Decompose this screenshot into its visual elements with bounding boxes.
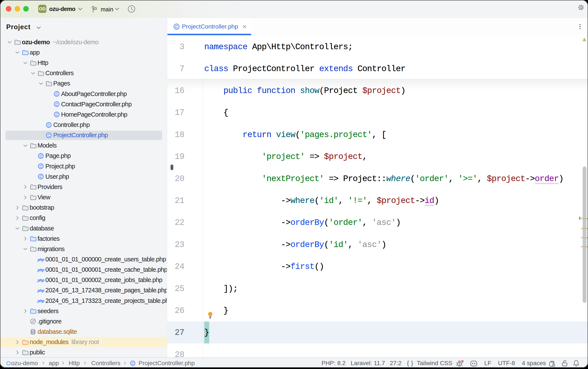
svg-text:php: php: [37, 278, 44, 282]
svg-text:php: php: [37, 299, 44, 303]
svg-text:C: C: [48, 123, 50, 127]
svg-text:C: C: [132, 362, 134, 365]
svg-text:C: C: [40, 175, 42, 179]
svg-text:php: php: [37, 257, 44, 262]
svg-text:php: php: [37, 288, 44, 293]
svg-text:C: C: [48, 133, 50, 138]
svg-text:C: C: [175, 24, 178, 29]
svg-text:php: php: [37, 268, 44, 272]
svg-text:C: C: [40, 164, 42, 169]
svg-text:C: C: [55, 92, 58, 96]
svg-text:C: C: [55, 113, 58, 117]
svg-text:C: C: [40, 154, 42, 158]
svg-text:C: C: [55, 102, 58, 107]
